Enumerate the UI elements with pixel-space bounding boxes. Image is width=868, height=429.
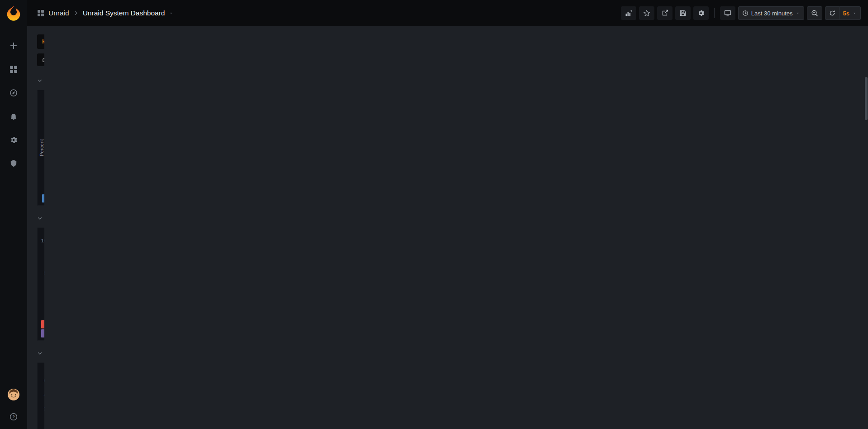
sidebar-item-create[interactable] [10,42,18,52]
shield-icon [10,159,18,168]
dashboards-icon [10,65,18,73]
legend: UPS LoadMin: 17% Max: 32% Avg: 20%WattsM… [38,193,44,205]
user-avatar[interactable] [7,388,20,403]
sidebar-item-alerting[interactable] [10,112,18,122]
zoom-out-button[interactable] [807,6,822,20]
share-dashboard-button[interactable] [657,6,672,20]
question-icon [10,413,18,421]
save-icon [679,10,687,17]
y-tick: 6.0 MBs [44,378,44,383]
avatar-icon [7,388,20,401]
sidebar-item-configuration[interactable] [10,136,18,146]
y-tick: 2.0 MBs [44,406,44,411]
chevron-right-icon [73,10,79,16]
monitor-icon [724,10,731,17]
y-tick: 100% [41,238,44,243]
navbar-divider [714,8,715,18]
caret-down-icon [796,11,800,15]
grafana-logo-icon[interactable] [5,5,22,22]
zoom-out-icon [811,10,818,17]
chevron-down-icon [37,351,43,356]
sidebar-item-explore[interactable] [10,89,18,99]
refresh-interval-label: 5s [843,10,849,17]
y-axis-left: 100%50%0% [38,241,44,305]
time-range-picker[interactable]: Last 30 minutes [738,6,804,20]
tv-mode-button[interactable] [720,6,735,20]
legend-row[interactable]: Core 722%33% [41,329,44,338]
plus-icon [10,42,18,50]
save-dashboard-button[interactable] [675,6,691,20]
refresh-interval-picker[interactable]: 5s [839,6,861,20]
external-link-icon [42,57,44,63]
share-icon [661,10,668,17]
legend-item[interactable]: UPS LoadMin: 17% Max: 32% Avg: 20% [42,194,44,202]
legend-color-dash [42,194,44,202]
sidebar [0,0,27,429]
chevron-down-icon [37,78,43,83]
panel-cpu-1: CPU 1 Last 30 minutes 100%50%0% 19:5019:… [37,227,44,341]
breadcrumb-folder[interactable]: Unraid [48,9,69,17]
dashboard-settings-button[interactable] [693,6,709,20]
variable-kwh-price[interactable]: kWh Price0.65 [37,34,44,49]
star-dashboard-button[interactable] [639,6,654,20]
bell-icon [10,112,18,121]
legend-row[interactable]: Core 621%39% [41,320,44,329]
gear-icon [10,136,18,144]
refresh-icon [829,10,835,16]
panel-ups-load-percent: UPS Load % Last 12 hours Percent 35%30%2… [37,90,44,206]
time-range-label: Last 30 minutes [751,10,793,17]
dashboard-link-grafana-plex-theme[interactable]: Grafana Plex Theme [37,53,44,66]
panel-network: Network Last 30 minutes 6.0 MBs4.0 MBs2.… [37,362,44,429]
apps-grid-icon [37,10,44,17]
add-panel-button[interactable] [621,6,636,20]
y-axis-left: 6.0 MBs4.0 MBs2.0 MBs [38,376,44,429]
y-tick: 4.0 MBs [44,392,44,397]
star-icon [643,10,650,17]
breadcrumb-dashboard-title[interactable]: Unraid System Dashboard [83,9,165,17]
caret-down-icon [852,11,857,15]
refresh-button[interactable] [825,6,839,20]
help-button[interactable] [10,413,18,423]
legend-table: avgcurrent ▾Core 621%39%Core 722%33% [38,313,44,340]
add-panel-icon [625,10,632,17]
y-axis-label-left: Percent [38,103,44,193]
clock-icon [742,10,749,16]
chevron-down-icon [37,216,43,221]
sidebar-item-dashboards[interactable] [10,65,18,75]
y-tick: 50% [44,270,44,276]
compass-icon [10,89,18,97]
legend-color-dash [41,329,44,337]
legend-color-dash [41,320,44,328]
page-scrollbar-thumb[interactable] [865,77,868,120]
sidebar-item-server-admin[interactable] [10,159,18,169]
navbar: Unraid Unraid System Dashboard Last 30 m… [27,0,868,26]
dashboard-scroll-area[interactable]: kWh Price0.65 Currencykr UPS Max Output … [27,26,44,429]
gear-icon [697,10,705,17]
caret-down-icon[interactable] [169,11,173,15]
